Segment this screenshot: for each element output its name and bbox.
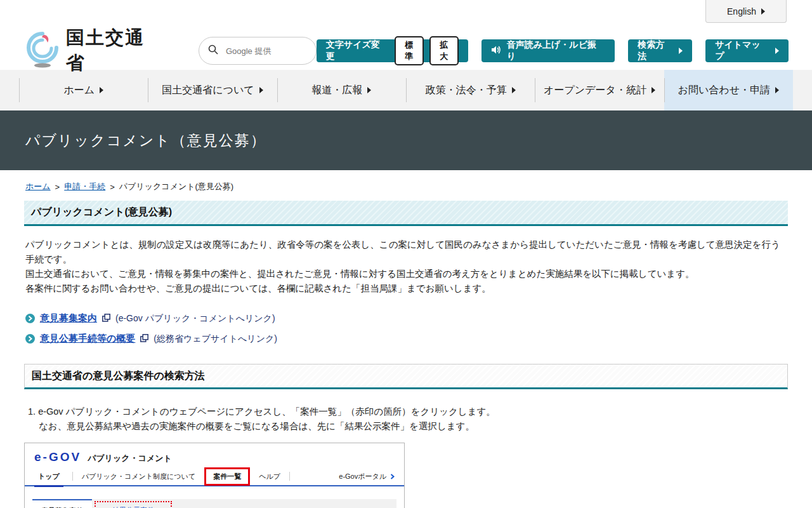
breadcrumb-procedures-link[interactable]: 申請・手続 bbox=[64, 181, 105, 192]
nav-label: 国土交通省について bbox=[162, 84, 254, 97]
step-line-1: 1. e-Gov パブリック・コメントのウェブページにアクセスし、「案件一覧」（… bbox=[28, 404, 812, 419]
nav-item-opendata[interactable]: オープンデータ・統計 bbox=[535, 70, 664, 110]
chevron-right-icon bbox=[775, 48, 779, 54]
sitemap-label: サイトマップ bbox=[715, 39, 769, 62]
opinion-solicitation-link[interactable]: 意見募集案内 bbox=[40, 312, 97, 324]
egov-nav-top[interactable]: トップ bbox=[34, 467, 63, 486]
global-nav: ホーム 国土交通省について 報道・広報 政策・法令・予算 オープンデータ・統計 … bbox=[0, 70, 812, 110]
egov-portal-link[interactable]: e-Govポータル bbox=[339, 472, 395, 481]
search-icon bbox=[208, 44, 218, 57]
english-label: English bbox=[727, 6, 756, 17]
chevron-right-icon bbox=[679, 48, 683, 54]
nav-item-press[interactable]: 報道・広報 bbox=[277, 70, 406, 110]
egov-brand: e-GOV パブリック・コメント bbox=[25, 443, 404, 467]
search-method-label: 検索方法 bbox=[638, 39, 673, 62]
paragraph-line: 各案件に関するお問い合わせや、ご意見の提出については、各欄に記載された「担当局課… bbox=[25, 281, 787, 296]
circle-arrow-icon bbox=[25, 314, 35, 323]
nav-label: ホーム bbox=[63, 84, 95, 97]
font-size-label: 文字サイズ変更 bbox=[326, 39, 389, 62]
instruction-steps: 1. e-Gov パブリック・コメントのウェブページにアクセスし、「案件一覧」（… bbox=[28, 404, 812, 434]
breadcrumb-separator: > bbox=[55, 182, 60, 192]
link-note: (e-Gov パブリック・コメントへリンク) bbox=[115, 313, 275, 324]
mlit-logo-icon bbox=[25, 31, 60, 70]
chevron-right-icon bbox=[761, 8, 765, 15]
step-text: e-Gov パブリック・コメントのウェブページにアクセスし、「案件一覧」（赤印の… bbox=[38, 406, 495, 417]
page-title: パブリックコメント（意見公募） bbox=[25, 131, 266, 150]
site-title: 国土交通省 bbox=[66, 25, 164, 76]
egov-tab-area: 結果公示案件 bbox=[92, 499, 396, 508]
search-input[interactable] bbox=[226, 46, 299, 56]
list-item: 意見公募手続等の概要 (総務省ウェブサイトへリンク) bbox=[25, 333, 812, 345]
breadcrumb: ホーム > 申請・手続 > パブリックコメント(意見公募) bbox=[25, 181, 812, 192]
egov-brand-suffix: パブリック・コメント bbox=[88, 453, 172, 464]
nav-item-about[interactable]: 国土交通省について bbox=[148, 70, 277, 110]
egov-nav-about[interactable]: パブリック・コメント制度について bbox=[82, 472, 195, 481]
chevron-right-icon bbox=[652, 87, 655, 93]
egov-portal-label: e-Govポータル bbox=[339, 472, 386, 481]
step-number: 1. bbox=[28, 406, 36, 417]
nav-label: オープンデータ・統計 bbox=[544, 84, 646, 97]
egov-screenshot: e-GOV パブリック・コメント トップ パブリック・コメント制度について 案件… bbox=[24, 443, 405, 508]
chevron-right-icon bbox=[259, 87, 263, 93]
list-item: 意見募集案内 (e-Gov パブリック・コメントへリンク) bbox=[25, 312, 812, 324]
breadcrumb-current: パブリックコメント(意見公募) bbox=[119, 181, 233, 192]
header-buttons: 文字サイズ変更 標準 拡大 音声読み上げ・ルビ振り 検索方法 サイトマップ bbox=[317, 39, 789, 62]
link-note: (総務省ウェブサイトへリンク) bbox=[154, 333, 277, 345]
nav-item-contact[interactable]: お問い合わせ・申請 bbox=[664, 70, 793, 110]
egov-nav-help[interactable]: ヘルプ bbox=[259, 472, 280, 481]
nav-label: 報道・広報 bbox=[311, 84, 362, 97]
nav-label: 政策・法令・予算 bbox=[426, 84, 507, 97]
egov-nav: トップ パブリック・コメント制度について 案件一覧 ヘルプ e-Govポータル bbox=[25, 467, 404, 486]
search-method-button[interactable]: 検索方法 bbox=[628, 39, 692, 62]
egov-tab-soliciting[interactable]: 意見募集案件 bbox=[32, 499, 92, 508]
font-size-button[interactable]: 文字サイズ変更 標準 拡大 bbox=[317, 39, 468, 62]
font-large-button[interactable]: 拡大 bbox=[429, 36, 459, 65]
section-heading-public-comment: パブリックコメント(意見公募) bbox=[24, 201, 788, 226]
divider bbox=[72, 472, 73, 481]
font-standard-button[interactable]: 標準 bbox=[395, 36, 424, 65]
speaker-icon bbox=[491, 45, 501, 57]
nav-item-policy[interactable]: 政策・法令・予算 bbox=[406, 70, 535, 110]
breadcrumb-home-link[interactable]: ホーム bbox=[25, 181, 51, 192]
egov-logo: e-GOV bbox=[34, 450, 81, 464]
nav-label: お問い合わせ・申請 bbox=[678, 84, 771, 97]
chevron-right-icon bbox=[775, 87, 779, 93]
intro-paragraphs: パブリックコメントとは、規制の設定又は改廃等にあたり、政省令等の案を公表し、この… bbox=[25, 237, 787, 296]
chevron-right-icon bbox=[390, 474, 395, 479]
chevron-right-icon bbox=[100, 87, 103, 93]
step-line-2: なお、意見公募結果や過去の実施案件の概要をご覧になる場合は、先に「結果公示案件」… bbox=[39, 419, 812, 434]
egov-tab-results-dotted[interactable]: 結果公示案件 bbox=[95, 501, 172, 508]
paragraph-line: 国土交通省において、ご意見・情報を募集中の案件と、提出されたご意見・情報に対する… bbox=[25, 267, 787, 281]
egov-nav-case-list-highlighted[interactable]: 案件一覧 bbox=[204, 467, 250, 486]
procedure-overview-link[interactable]: 意見公募手続等の概要 bbox=[40, 333, 135, 345]
external-link-icon bbox=[140, 333, 148, 345]
paragraph-line: パブリックコメントとは、規制の設定又は改廃等にあたり、政省令等の案を公表し、この… bbox=[25, 237, 787, 267]
search-box[interactable] bbox=[199, 37, 317, 65]
section-heading-search-method: 国土交通省の意見公募案件の検索方法 bbox=[24, 364, 788, 389]
site-header: English 国土交通省 文字サイズ変更 標準 bbox=[0, 0, 812, 70]
external-link-icon bbox=[102, 313, 110, 324]
tts-label: 音声読み上げ・ルビ振り bbox=[507, 39, 606, 62]
tts-button[interactable]: 音声読み上げ・ルビ振り bbox=[481, 39, 615, 62]
divider bbox=[289, 472, 290, 481]
mlit-logo[interactable]: 国土交通省 bbox=[25, 25, 164, 76]
link-list: 意見募集案内 (e-Gov パブリック・コメントへリンク) 意見公募手続等の概要… bbox=[25, 312, 812, 345]
nav-item-home[interactable]: ホーム bbox=[19, 70, 148, 110]
chevron-right-icon bbox=[367, 87, 371, 93]
chevron-right-icon bbox=[512, 87, 516, 93]
egov-tabs: 意見募集案件 結果公示案件 bbox=[32, 499, 396, 508]
sitemap-button[interactable]: サイトマップ bbox=[705, 39, 789, 62]
english-button[interactable]: English bbox=[705, 0, 787, 23]
circle-arrow-icon bbox=[25, 334, 35, 344]
breadcrumb-separator: > bbox=[110, 182, 115, 192]
page-title-banner: パブリックコメント（意見公募） bbox=[0, 110, 812, 170]
